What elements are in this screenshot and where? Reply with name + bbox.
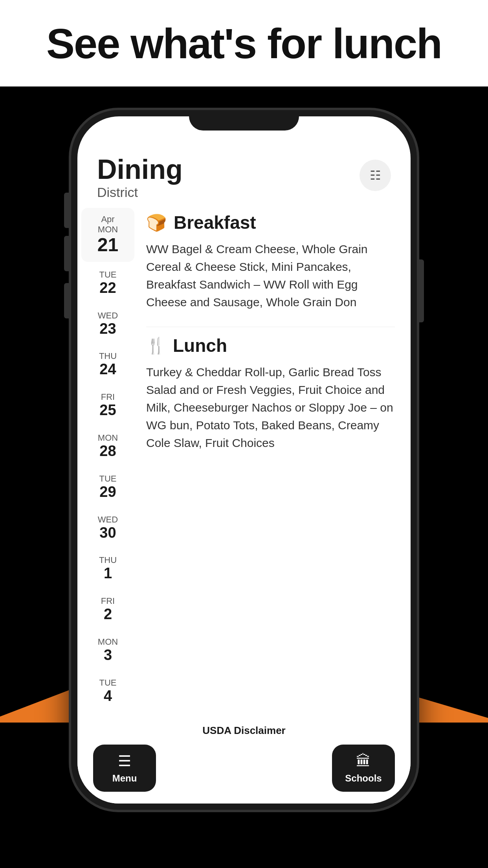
meal-content: 🍞 Breakfast WW Bagel & Cream Cheese, Who… [138,208,411,718]
lunch-section: 🍴 Lunch Turkey & Cheddar Roll-up, Garlic… [146,335,395,452]
date-day-name: MON [98,433,118,443]
footer: USDA Disclaimer ☰ Menu 🏛 Schools [77,718,411,804]
usda-disclaimer: USDA Disclaimer [93,725,395,741]
headline: See what's for lunch [46,19,442,68]
date-number: 29 [99,484,116,500]
meal-divider [146,327,395,327]
date-day-name: WED [98,311,118,321]
date-number: 4 [104,688,112,704]
date-item[interactable]: TUE4 [81,671,134,711]
app-subtitle: District [97,185,183,200]
date-number: 24 [99,361,116,378]
date-number: 21 [97,235,118,256]
menu-nav-icon: ☰ [118,752,131,770]
filter-button[interactable]: ☷ [360,160,391,191]
date-day-name: FRI [101,392,115,402]
date-day-name: TUE [99,474,117,484]
app-header: Dining District ☷ [77,144,411,208]
date-number: 3 [104,647,112,664]
phone-notch [189,110,299,131]
date-item[interactable]: MON28 [81,427,134,466]
date-day-name: THU [99,351,117,361]
date-item[interactable]: THU1 [81,549,134,588]
date-day-name: FRI [101,596,115,606]
breakfast-icon: 🍞 [146,213,167,232]
date-number: 28 [99,443,116,460]
date-day-name: WED [98,515,118,525]
date-number: 30 [99,525,116,541]
lunch-title: Lunch [173,335,227,356]
nav-row: ☰ Menu 🏛 Schools [93,741,395,800]
date-item[interactable]: TUE22 [81,263,134,303]
top-section: See what's for lunch [0,0,488,86]
app-title-group: Dining District [97,156,183,200]
content-area: AprMON21TUE22WED23THU24FRI25MON28TUE29WE… [77,208,411,718]
date-item[interactable]: AprMON21 [81,208,134,262]
breakfast-title: Breakfast [174,212,256,233]
date-month: Apr [101,214,114,224]
date-number: 25 [99,402,116,419]
date-number: 1 [104,565,112,582]
date-item[interactable]: FRI2 [81,590,134,629]
lunch-header: 🍴 Lunch [146,335,395,356]
menu-nav-button[interactable]: ☰ Menu [93,745,156,792]
phone-frame: Dining District ☷ AprMON21TUE22WED23THU2… [71,110,417,810]
schools-nav-icon: 🏛 [356,753,371,770]
date-day-name: TUE [99,270,117,280]
date-number: 23 [99,321,116,337]
phone-screen: Dining District ☷ AprMON21TUE22WED23THU2… [77,116,411,804]
date-item[interactable]: FRI25 [81,386,134,425]
filter-icon: ☷ [370,168,381,183]
date-day-name: THU [99,555,117,565]
lunch-description: Turkey & Cheddar Roll-up, Garlic Bread T… [146,363,395,452]
lunch-icon: 🍴 [146,337,166,355]
date-number: 2 [104,606,112,623]
schools-nav-label: Schools [345,773,382,784]
breakfast-description: WW Bagel & Cream Cheese, Whole Grain Cer… [146,240,395,311]
date-item[interactable]: TUE29 [81,467,134,507]
date-item[interactable]: WED23 [81,304,134,344]
date-sidebar: AprMON21TUE22WED23THU24FRI25MON28TUE29WE… [77,208,138,718]
date-item[interactable]: THU24 [81,345,134,384]
breakfast-section: 🍞 Breakfast WW Bagel & Cream Cheese, Who… [146,212,395,311]
menu-nav-label: Menu [112,773,137,784]
date-item[interactable]: MON3 [81,631,134,670]
date-day-name: MON [98,224,118,235]
main-area: Dining District ☷ AprMON21TUE22WED23THU2… [0,86,488,868]
date-day-name: MON [98,637,118,647]
screen-content: Dining District ☷ AprMON21TUE22WED23THU2… [77,116,411,804]
app-title: Dining [97,156,183,183]
breakfast-header: 🍞 Breakfast [146,212,395,233]
date-day-name: TUE [99,678,117,688]
schools-nav-button[interactable]: 🏛 Schools [332,745,395,792]
date-number: 22 [99,280,116,296]
date-item[interactable]: WED30 [81,508,134,548]
